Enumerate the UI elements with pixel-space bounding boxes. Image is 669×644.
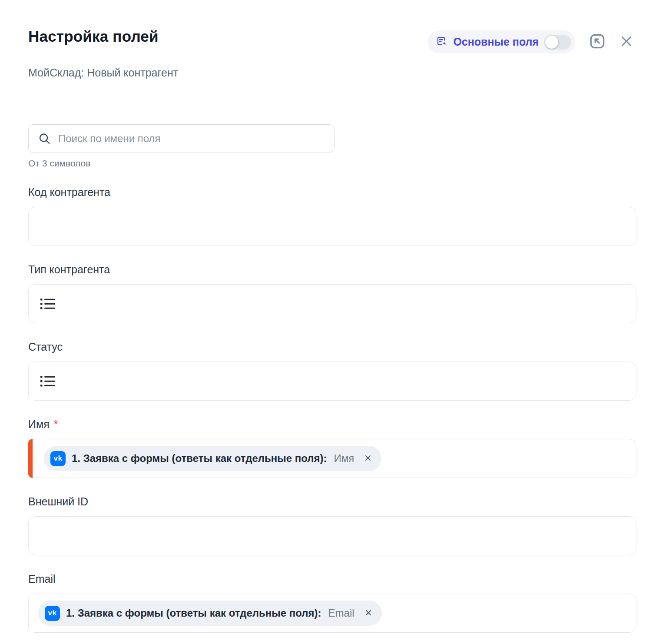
panel-header: Настройка полей Основные поля: [28, 28, 636, 53]
chip-value: Email: [328, 607, 354, 619]
status-select[interactable]: [28, 362, 636, 401]
field-label: Имя *: [28, 418, 636, 430]
field-label: Код контрагента: [28, 186, 636, 198]
required-indicator-bar: [28, 439, 33, 478]
external-id-input[interactable]: [28, 516, 636, 555]
close-button[interactable]: [616, 32, 636, 52]
basic-fields-pill[interactable]: Основные поля: [428, 30, 575, 53]
field-block-counterparty-type: Тип контрагента: [28, 263, 636, 323]
chip-remove-button[interactable]: [364, 608, 373, 619]
chip-value: Имя: [334, 452, 354, 465]
field-label: Внешний ID: [28, 495, 636, 508]
field-label: Тип контрагента: [28, 263, 636, 276]
chip-source-label: 1. Заявка с формы (ответы как отдельные …: [66, 607, 321, 619]
field-label: Email: [28, 573, 636, 585]
required-asterisk: *: [54, 418, 58, 430]
field-label-text: Имя: [28, 418, 50, 430]
search-helper: От 3 символов: [28, 158, 636, 169]
list-icon: [39, 374, 56, 388]
remove-icon: [364, 608, 373, 619]
counterparty-code-input[interactable]: [28, 207, 636, 246]
window-actions: [587, 32, 636, 52]
vk-icon: vk: [50, 451, 66, 466]
email-mapping-input[interactable]: vk 1. Заявка с формы (ответы как отдельн…: [28, 594, 636, 633]
field-block-external-id: Внешний ID: [28, 495, 636, 555]
basic-fields-toggle[interactable]: [544, 35, 571, 50]
search-icon: [38, 132, 51, 146]
basic-fields-label: Основные поля: [453, 36, 539, 48]
toggle-knob: [545, 36, 558, 49]
field-block-status: Статус: [28, 341, 636, 401]
list-icon: [39, 296, 56, 311]
close-icon: [619, 34, 634, 50]
counterparty-type-select[interactable]: [28, 284, 636, 323]
header-divider: [612, 34, 612, 50]
search-box: [28, 124, 334, 153]
field-block-email: Email vk 1. Заявка с формы (ответы как о…: [28, 573, 636, 633]
search-input[interactable]: [28, 124, 334, 153]
chip-remove-button[interactable]: [363, 453, 373, 464]
remove-icon: [363, 453, 373, 464]
vk-icon: vk: [45, 606, 60, 621]
mapping-chip-email[interactable]: vk 1. Заявка с формы (ответы как отдельн…: [38, 601, 382, 626]
header-controls: Основные поля: [428, 30, 636, 53]
field-settings-panel: Настройка полей Основные поля: [0, 0, 669, 633]
page-subtitle: МойСклад: Новый контрагент: [28, 66, 636, 79]
popout-button[interactable]: [587, 32, 607, 52]
name-mapping-input[interactable]: vk 1. Заявка с формы (ответы как отдельн…: [28, 439, 636, 478]
popout-icon: [588, 32, 606, 52]
form-sparkle-icon: [436, 35, 447, 49]
page-title: Настройка полей: [28, 28, 159, 45]
field-block-counterparty-code: Код контрагента: [28, 186, 636, 246]
mapping-chip-name[interactable]: vk 1. Заявка с формы (ответы как отдельн…: [44, 446, 381, 471]
field-label: Статус: [28, 341, 636, 353]
chip-source-label: 1. Заявка с формы (ответы как отдельные …: [72, 452, 327, 465]
field-block-name: Имя * vk 1. Заявка с формы (ответы как о…: [28, 418, 636, 478]
